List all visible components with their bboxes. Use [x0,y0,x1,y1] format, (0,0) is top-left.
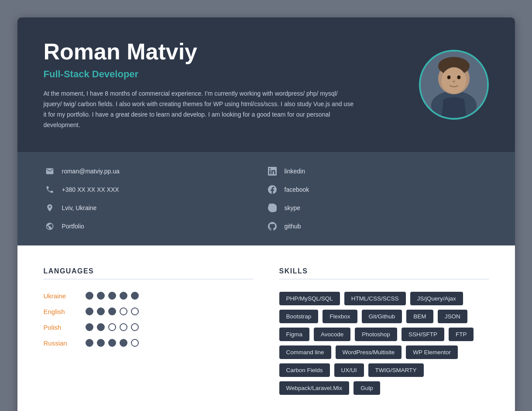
skill-tag: Photoshop [355,328,397,341]
avatar-image [421,52,487,118]
skill-tag: Git/Github [362,310,402,323]
dot [120,292,127,300]
contact-github[interactable]: github [266,220,489,232]
contact-col-left: roman@matviy.pp.ua +380 XX XX XX XXX Lvi… [44,165,266,232]
person-bio: At the moment, I have 8 months of commer… [44,89,358,130]
dot [97,339,105,347]
skill-tag: Gulp [354,381,380,395]
skill-tag: Command line [279,345,331,359]
skill-tag: Webpack/Laravel.Mix [279,381,350,395]
skill-tag: PHP/MySQL/SQL [279,292,340,305]
contact-location: Lviv, Ukraine [44,202,266,214]
skill-tag: Carbon Fields [279,363,330,377]
language-english-label: English [44,308,79,315]
facebook-icon [266,183,278,196]
left-column: LANGUAGES Ukraine English [44,267,253,395]
dot [120,339,127,347]
skill-tag: Avocode [314,328,350,341]
dot [108,307,116,315]
dot [108,292,116,300]
dot [86,339,93,347]
language-english-dots [86,307,139,315]
contact-phone[interactable]: +380 XX XX XX XXX [44,183,266,196]
skill-tag: SSH/SFTP [402,328,444,341]
contact-linkedin[interactable]: linkedin [266,165,489,177]
contact-email[interactable]: roman@matviy.pp.ua [44,165,266,177]
language-polish: Polish [44,323,253,331]
skill-tag: Flexbox [323,310,357,323]
contact-bar: roman@matviy.pp.ua +380 XX XX XX XXX Lvi… [17,152,515,245]
languages-title: LANGUAGES [44,267,253,280]
language-ukraine-label: Ukraine [44,292,79,300]
person-name: Roman Matviy [44,39,402,64]
language-russian-label: Russian [44,339,79,347]
skype-icon [266,202,278,214]
skill-tag: TWIG/SMARTY [368,363,424,377]
language-russian-dots [86,339,139,347]
skill-tag: JSON [438,310,467,323]
header-text: Roman Matviy Full-Stack Developer At the… [44,39,402,130]
resume-card: Roman Matviy Full-Stack Developer At the… [17,17,515,411]
skill-tag: JS/jQuery/Ajax [410,292,463,305]
contact-skype[interactable]: skype [266,202,489,214]
language-ukraine: Ukraine [44,292,253,300]
dot [131,339,139,347]
skill-tag: WP Elementor [406,345,458,359]
location-text: Lviv, Ukraine [62,204,97,211]
dot [108,339,116,347]
avatar [419,50,489,120]
dot [86,323,93,331]
right-column: SKILLS PHP/MySQL/SQL HTML/CSS/SCSS JS/jQ… [279,267,489,395]
location-icon [44,202,56,214]
dot [108,323,116,331]
skill-tag: Bootstrap [279,310,319,323]
skill-tag: BEM [406,310,433,323]
person-title: Full-Stack Developer [44,69,402,80]
skills-grid: PHP/MySQL/SQL HTML/CSS/SCSS JS/jQuery/Aj… [279,292,489,395]
language-ukraine-dots [86,292,139,300]
skills-title: SKILLS [279,267,489,280]
svg-point-5 [447,76,450,79]
language-english: English [44,307,253,315]
language-polish-dots [86,323,139,331]
contact-col-right: linkedin facebook skype github [266,165,489,232]
contact-facebook[interactable]: facebook [266,183,489,196]
skill-tag: FTP [449,328,474,341]
svg-point-4 [441,67,466,94]
email-text: roman@matviy.pp.ua [62,168,120,175]
dot [86,307,93,315]
dot [97,307,105,315]
linkedin-icon [266,165,278,177]
dot [97,323,105,331]
portfolio-text: Portfolio [62,223,84,230]
dot [131,307,139,315]
dot [86,292,93,300]
dot [120,323,127,331]
globe-icon [44,220,56,232]
header-section: Roman Matviy Full-Stack Developer At the… [17,17,515,152]
skype-text: skype [285,204,301,211]
github-icon [266,220,278,232]
dot [131,323,139,331]
language-polish-label: Polish [44,324,79,331]
dot [131,292,139,300]
skill-tag: HTML/CSS/SCSS [344,292,406,305]
dot [120,307,127,315]
github-text: github [285,223,301,230]
linkedin-text: linkedin [285,168,305,175]
language-russian: Russian [44,339,253,347]
phone-text: +380 XX XX XX XXX [62,186,119,193]
skill-tag: UX/UI [334,363,364,377]
facebook-text: facebook [285,186,309,193]
dot [97,292,105,300]
phone-icon [44,183,56,196]
skill-tag: Figma [279,328,310,341]
main-content: LANGUAGES Ukraine English [17,245,515,411]
contact-portfolio[interactable]: Portfolio [44,220,266,232]
email-icon [44,165,56,177]
skill-tag: WordPress/Multisite [336,345,402,359]
svg-point-6 [457,76,460,79]
